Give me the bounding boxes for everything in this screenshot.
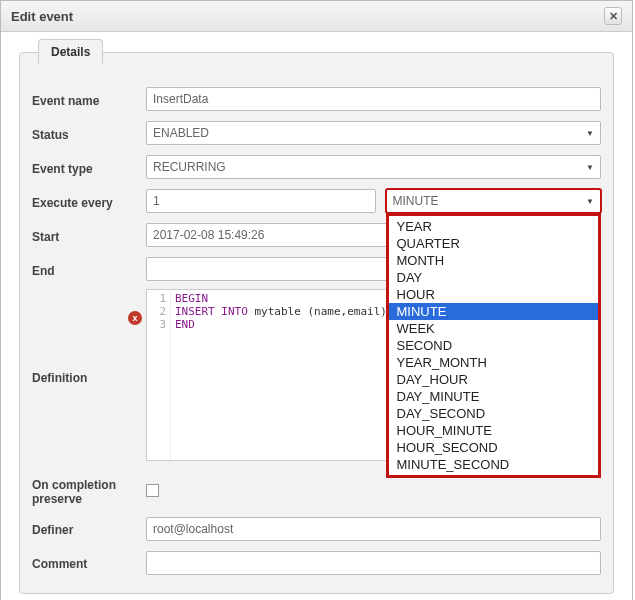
code-token: mytable (name,email) [248, 305, 387, 318]
event-type-select-value: RECURRING [153, 160, 226, 174]
label-event-type: Event type [32, 159, 146, 176]
label-comment: Comment [32, 554, 146, 571]
status-select-value: ENABLED [153, 126, 209, 140]
tab-details-label: Details [51, 45, 90, 59]
interval-option[interactable]: MINUTE_SECOND [389, 456, 599, 473]
label-execute-every: Execute every [32, 193, 146, 210]
row-comment: Comment [32, 551, 601, 575]
label-start: Start [32, 227, 146, 244]
code-content: BEGIN INSERT INTO mytable (name,email) E… [171, 290, 391, 460]
event-name-input[interactable] [146, 87, 601, 111]
line-number: 1 [147, 292, 166, 305]
label-definer: Definer [32, 520, 146, 537]
code-gutter: 1 2 3 [147, 290, 171, 460]
interval-option[interactable]: HOUR_SECOND [389, 439, 599, 456]
interval-option[interactable]: DAY [389, 269, 599, 286]
row-event-type: Event type RECURRING ▼ [32, 155, 601, 179]
interval-option[interactable]: DAY_MINUTE [389, 388, 599, 405]
code-token: INSERT INTO [175, 305, 248, 318]
interval-option[interactable]: DAY_SECOND [389, 405, 599, 422]
chevron-down-icon: ▼ [586, 163, 594, 172]
interval-option[interactable]: HOUR_MINUTE [389, 422, 599, 439]
status-select[interactable]: ENABLED ▼ [146, 121, 601, 145]
interval-option[interactable]: HOUR [389, 286, 599, 303]
label-end: End [32, 261, 146, 278]
interval-option[interactable]: DAY_HOUR [389, 371, 599, 388]
tab-strip: Details [38, 39, 103, 65]
row-status: Status ENABLED ▼ [32, 121, 601, 145]
label-status: Status [32, 125, 146, 142]
interval-option[interactable]: YEAR [389, 218, 599, 235]
error-icon: x [128, 311, 142, 325]
line-number: 3 [147, 318, 166, 331]
comment-input[interactable] [146, 551, 601, 575]
row-definer: Definer [32, 517, 601, 541]
event-type-select[interactable]: RECURRING ▼ [146, 155, 601, 179]
tab-details[interactable]: Details [38, 39, 103, 65]
close-icon: ✕ [609, 11, 618, 22]
interval-option[interactable]: YEAR_MONTH [389, 354, 599, 371]
label-on-completion-preserve: On completion preserve [32, 475, 146, 507]
row-execute-every: Execute every MINUTE ▼ YEARQUARTERMONTHD… [32, 189, 601, 213]
dialog-header: Edit event ✕ [1, 1, 632, 32]
label-definition: Definition [32, 289, 146, 385]
code-token: END [175, 318, 195, 331]
row-on-completion: On completion preserve [32, 475, 601, 507]
execute-every-unit-select[interactable]: MINUTE ▼ [386, 189, 602, 213]
code-token: BEGIN [175, 292, 208, 305]
interval-option[interactable]: MINUTE [389, 303, 599, 320]
dialog-close-button[interactable]: ✕ [604, 7, 622, 25]
dialog-title: Edit event [11, 9, 73, 24]
definer-input[interactable] [146, 517, 601, 541]
interval-dropdown-list[interactable]: YEARQUARTERMONTHDAYHOURMINUTEWEEKSECONDY… [386, 213, 602, 478]
row-event-name: Event name [32, 87, 601, 111]
interval-option[interactable]: MONTH [389, 252, 599, 269]
dialog-body: Details Event name Status ENABLED ▼ [1, 32, 632, 600]
execute-every-number-input[interactable] [146, 189, 376, 213]
chevron-down-icon: ▼ [586, 129, 594, 138]
execute-every-unit-value: MINUTE [393, 194, 439, 208]
on-completion-preserve-checkbox[interactable] [146, 484, 159, 497]
line-number: 2 [147, 305, 166, 318]
edit-event-dialog: Edit event ✕ Details Event name Status [0, 0, 633, 600]
interval-option[interactable]: WEEK [389, 320, 599, 337]
label-event-name: Event name [32, 91, 146, 108]
interval-option[interactable]: SECOND [389, 337, 599, 354]
details-fieldset: Details Event name Status ENABLED ▼ [19, 52, 614, 594]
interval-option[interactable]: QUARTER [389, 235, 599, 252]
chevron-down-icon: ▼ [586, 197, 594, 206]
